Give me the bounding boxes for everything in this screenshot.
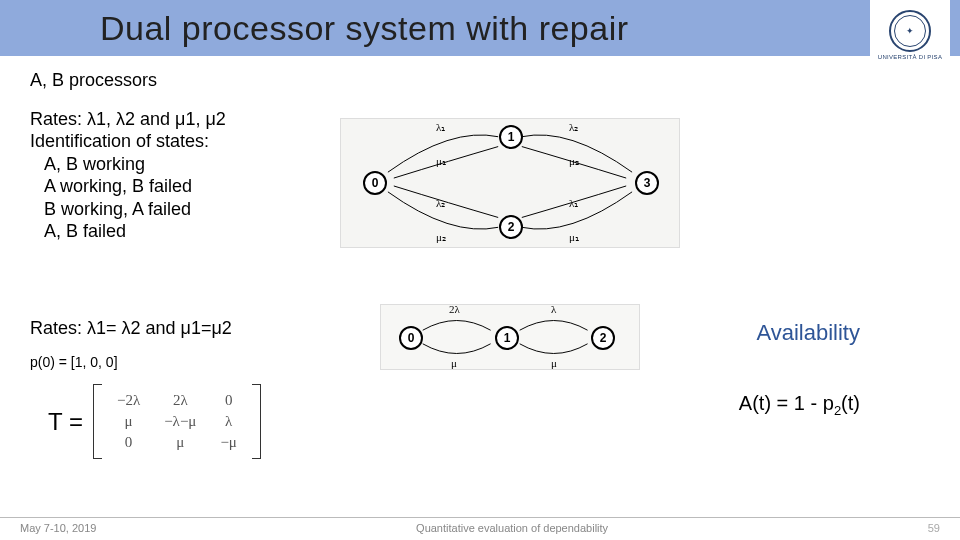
edge-label: λ: [551, 303, 556, 315]
edge-label: μ₁: [569, 231, 579, 244]
m21: μ: [152, 432, 208, 453]
edge-label: μ: [451, 357, 457, 369]
m02: 0: [208, 390, 249, 411]
m22: −μ: [208, 432, 249, 453]
edge-label: λ₂: [436, 197, 445, 210]
node-1b: 1: [495, 326, 519, 350]
transition-matrix: T = −2λ 2λ 0 μ −λ−μ λ 0 μ −μ: [48, 384, 261, 459]
edge-label: μ: [551, 357, 557, 369]
edge-label: λ₂: [569, 121, 578, 134]
node-1: 1: [499, 125, 523, 149]
matrix-bracket: −2λ 2λ 0 μ −λ−μ λ 0 μ −μ: [93, 384, 261, 459]
slide-footer: May 7-10, 2019 Quantitative evaluation o…: [0, 517, 960, 534]
edge-label: λ₁: [569, 197, 578, 210]
edge-label: μ₂: [569, 155, 579, 168]
seal-icon: ✦: [889, 10, 931, 52]
at-prefix: A(t) = 1 - p: [739, 392, 834, 414]
edge-label: μ₁: [436, 155, 446, 168]
availability-formula: A(t) = 1 - p2(t): [739, 392, 860, 418]
footer-title: Quantitative evaluation of dependability: [416, 522, 608, 534]
slide-body: A, B processors Rates: λ1, λ2 and μ1, μ2…: [30, 70, 940, 510]
footer-date: May 7-10, 2019: [20, 522, 96, 534]
node-0b: 0: [399, 326, 423, 350]
title-bar: Dual processor system with repair: [0, 0, 960, 56]
at-suffix: (t): [841, 392, 860, 414]
rates-line-2: Rates: λ1= λ2 and μ1=μ2: [30, 318, 232, 339]
m10: μ: [105, 411, 152, 432]
m00: −2λ: [105, 390, 152, 411]
m01: 2λ: [152, 390, 208, 411]
edge-label: 2λ: [449, 303, 460, 315]
footer-page: 59: [928, 522, 940, 534]
node-0: 0: [363, 171, 387, 195]
state-diagram-4node: 0 1 2 3 λ₁ λ₂ μ₁ μ₂ λ₂ λ₁ μ₂ μ₁: [340, 118, 680, 248]
availability-heading: Availability: [756, 320, 860, 346]
processors-label: A, B processors: [30, 70, 940, 91]
university-name: UNIVERSITÀ DI PISA: [878, 54, 942, 60]
m11: −λ−μ: [152, 411, 208, 432]
t-equals: T =: [48, 408, 83, 436]
initial-prob: p(0) = [1, 0, 0]: [30, 354, 118, 370]
state-diagram-3node: 0 1 2 2λ λ μ μ: [380, 304, 640, 370]
m12: λ: [208, 411, 249, 432]
node-3: 3: [635, 171, 659, 195]
slide-title: Dual processor system with repair: [100, 9, 629, 48]
edge-label: λ₁: [436, 121, 445, 134]
node-2: 2: [499, 215, 523, 239]
edge-label: μ₂: [436, 231, 446, 244]
university-logo: ✦ UNIVERSITÀ DI PISA: [870, 0, 950, 70]
node-2b: 2: [591, 326, 615, 350]
m20: 0: [105, 432, 152, 453]
